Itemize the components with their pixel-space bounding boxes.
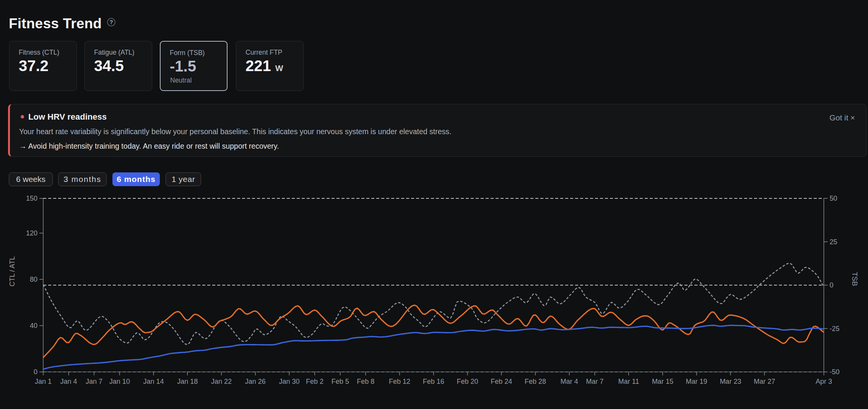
svg-text:Jan 22: Jan 22 (211, 378, 232, 385)
svg-text:Jan 26: Jan 26 (245, 378, 266, 385)
svg-text:25: 25 (830, 238, 837, 246)
svg-text:Mar 15: Mar 15 (652, 378, 673, 385)
svg-text:Jan 14: Jan 14 (143, 378, 164, 385)
svg-text:Feb 12: Feb 12 (389, 378, 410, 385)
svg-text:Feb 28: Feb 28 (525, 378, 546, 385)
svg-text:CTL / ATL: CTL / ATL (8, 256, 16, 286)
svg-text:Mar 11: Mar 11 (618, 378, 639, 385)
svg-text:Feb 5: Feb 5 (332, 378, 349, 385)
svg-text:Apr 3: Apr 3 (816, 378, 832, 385)
svg-text:Jan 4: Jan 4 (60, 378, 77, 385)
svg-text:0: 0 (34, 368, 37, 376)
svg-text:Feb 8: Feb 8 (357, 378, 374, 385)
svg-text:Jan 30: Jan 30 (279, 378, 299, 385)
svg-text:50: 50 (830, 195, 837, 202)
svg-text:Feb 2: Feb 2 (306, 378, 323, 385)
svg-text:Mar 7: Mar 7 (586, 378, 603, 385)
svg-text:80: 80 (30, 276, 37, 283)
svg-text:Mar 19: Mar 19 (686, 378, 707, 385)
svg-text:Jan 18: Jan 18 (177, 378, 198, 385)
svg-text:Feb 16: Feb 16 (423, 378, 444, 385)
svg-text:Mar 4: Mar 4 (561, 378, 578, 385)
svg-text:Mar 23: Mar 23 (720, 378, 741, 385)
svg-text:120: 120 (26, 229, 37, 237)
svg-text:Jan 7: Jan 7 (86, 378, 102, 385)
svg-text:TSB: TSB (851, 272, 859, 286)
svg-text:Feb 20: Feb 20 (457, 378, 478, 385)
svg-text:150: 150 (26, 195, 37, 202)
svg-text:0: 0 (830, 281, 834, 289)
svg-text:Jan 1: Jan 1 (35, 378, 52, 385)
svg-text:Jan 10: Jan 10 (109, 378, 130, 385)
svg-text:Feb 24: Feb 24 (491, 378, 512, 385)
svg-text:-50: -50 (830, 368, 840, 376)
svg-text:-25: -25 (830, 325, 840, 333)
svg-text:Mar 27: Mar 27 (754, 378, 775, 385)
svg-text:40: 40 (30, 322, 37, 329)
